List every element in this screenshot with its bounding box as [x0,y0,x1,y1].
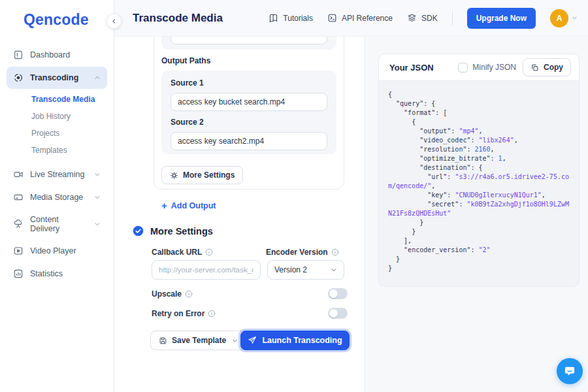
chat-launcher-button[interactable] [557,358,583,384]
retry-on-error-toggle[interactable] [328,308,348,319]
source2-label: Source 2 [171,118,204,127]
launch-transcoding-button[interactable]: Launch Transcoding [240,331,350,350]
source1-input[interactable] [171,93,327,111]
callback-url-input[interactable] [152,260,261,280]
header-actions: Tutorials API Reference SDK Upgrade Now … [269,8,578,29]
sidebar-item-templates[interactable]: Templates [31,142,108,159]
account-menu[interactable]: A [550,9,578,27]
more-settings-section-header: More Settings [133,225,213,237]
chevron-down-icon [572,15,578,21]
sidebar-item-dashboard[interactable]: Dashboard [7,44,107,66]
json-code-block: { "query": { "format": [ { "output": "mp… [378,81,580,287]
json-panel: Your JSON Minify JSON Copy { "query": { … [365,37,588,392]
json-code: { "query": { "format": [ { "output": "mp… [388,90,570,273]
transcoding-form: Output Paths Source 1 Source 2 More Sett… [114,37,365,392]
sidebar-item-label: Content Delivery [30,215,88,233]
copy-button[interactable]: Copy [523,58,571,76]
sidebar-item-label: Statistics [30,269,63,278]
copy-icon [531,63,539,72]
info-icon[interactable] [208,310,216,318]
sidebar-item-media-storage[interactable]: Media Storage [7,186,107,208]
launch-transcoding-label: Launch Transcoding [262,336,342,345]
add-output-label: Add Output [171,201,216,210]
chat-bubble-icon [563,365,576,378]
encoder-version-select[interactable]: Version 2 [267,260,344,280]
sidebar: Qencode Dashboard Transcoding Transcode … [0,0,114,392]
bar-chart-icon [13,269,24,279]
upscale-label: Upscale [152,289,193,299]
info-icon[interactable] [331,248,339,256]
book-icon [269,13,278,23]
send-icon [248,336,257,345]
sidebar-item-label: Dashboard [30,50,70,59]
chevron-down-icon [232,338,238,344]
layers-icon [407,13,417,23]
info-icon[interactable] [205,248,213,256]
minify-json-checkbox[interactable] [458,63,468,73]
retry-on-error-label: Retry on Error [152,309,216,318]
sidebar-item-label: Media Storage [30,193,83,202]
qencode-logo[interactable]: Qencode [0,0,114,38]
json-card: Your JSON Minify JSON Copy { "query": { … [378,54,580,287]
json-title: Your JSON [389,63,434,73]
dashboard-icon [13,50,24,60]
sidebar-item-label: Transcoding [30,73,78,82]
source1-label: Source 1 [171,78,204,88]
sidebar-item-statistics[interactable]: Statistics [7,263,107,285]
more-settings-button-label: More Settings [183,171,235,180]
chevron-down-icon [94,221,101,227]
sidebar-item-label: Live Streaming [30,170,84,179]
sidebar-item-job-history[interactable]: Job History [31,108,108,125]
json-card-header: Your JSON Minify JSON Copy [378,54,580,81]
chevron-down-icon [94,194,101,201]
transcoding-icon [13,73,24,83]
chevron-down-icon [94,171,101,178]
page-title: Transcode Media [133,12,223,25]
sidebar-nav: Dashboard Transcoding Transcode Media Jo… [0,38,114,285]
sidebar-item-transcoding[interactable]: Transcoding [7,67,107,89]
header-divider [452,11,453,25]
sidebar-item-transcode-media[interactable]: Transcode Media [31,91,108,108]
upgrade-now-button[interactable]: Upgrade Now [467,8,536,29]
callback-url-label: Callback URL [152,248,213,257]
add-output-link[interactable]: + Add Output [161,200,216,211]
app-window: Qencode Dashboard Transcoding Transcode … [0,0,588,392]
cdn-cloud-icon [13,219,24,229]
encoder-version-label: Encoder Version [266,248,339,257]
terminal-icon [327,13,337,23]
sidebar-collapse-button[interactable] [106,14,122,29]
more-settings-button[interactable]: More Settings [161,166,243,184]
chevron-down-icon [331,267,337,273]
sidebar-item-video-player[interactable]: Video Player [7,240,107,262]
info-icon[interactable] [185,290,193,298]
plus-icon: + [161,200,167,211]
page-header: Transcode Media Tutorials API Reference … [114,0,588,37]
play-icon [13,246,24,256]
sdk-link[interactable]: SDK [407,13,438,23]
sidebar-item-live-streaming[interactable]: Live Streaming [7,163,107,186]
check-circle-icon[interactable] [133,225,144,237]
sdk-label: SDK [421,14,438,23]
copy-label: Copy [544,63,563,72]
sidebar-item-projects[interactable]: Projects [31,125,108,142]
video-camera-icon [13,169,24,180]
minify-json-label: Minify JSON [472,63,516,72]
gear-icon [170,171,178,180]
api-reference-label: API Reference [342,14,393,23]
sidebar-item-label: Video Player [30,246,76,255]
storage-drive-icon [13,192,24,203]
save-icon [159,336,167,345]
api-reference-link[interactable]: API Reference [327,13,393,23]
more-settings-title: More Settings [150,226,213,237]
save-template-label: Save Template [172,336,226,345]
minify-json-control: Minify JSON [458,63,516,73]
sidebar-item-content-delivery[interactable]: Content Delivery [7,209,107,239]
chevron-up-icon [94,74,101,81]
tutorials-link[interactable]: Tutorials [269,13,313,23]
source2-input[interactable] [171,132,327,150]
tutorials-label: Tutorials [283,14,313,23]
save-template-button[interactable]: Save Template [150,331,246,350]
upscale-toggle[interactable] [328,288,348,299]
encoder-version-value: Version 2 [274,265,307,274]
transcoding-submenu: Transcode Media Job History Projects Tem… [5,90,108,163]
